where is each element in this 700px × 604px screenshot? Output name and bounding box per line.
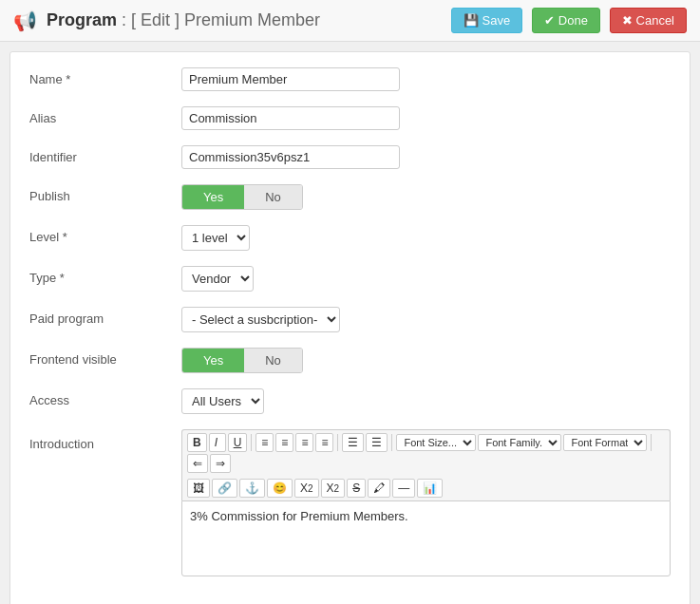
frontend-visible-label: Frontend visible bbox=[29, 348, 181, 367]
align-left-button[interactable]: ≡ bbox=[255, 433, 274, 452]
access-select[interactable]: All Users bbox=[181, 388, 264, 414]
publish-yes-button[interactable]: Yes bbox=[182, 185, 244, 209]
level-label: Level * bbox=[29, 225, 181, 244]
frontend-no-button[interactable]: No bbox=[244, 349, 302, 372]
title-edit: [ Edit ] Premium Member bbox=[131, 10, 320, 29]
separator-4 bbox=[651, 434, 652, 451]
access-row: Access All Users bbox=[29, 388, 671, 414]
form-container: Name * Alias Identifier Publish Yes No L… bbox=[9, 51, 691, 604]
frontend-visible-row: Frontend visible Yes No bbox=[29, 348, 671, 373]
editor-toolbar-row2: 🖼 🔗 ⚓ 😊 X2 X2 S 🖍 — 📊 bbox=[181, 476, 671, 500]
hr-button[interactable]: — bbox=[392, 479, 415, 498]
strikethrough-button[interactable]: S bbox=[347, 479, 366, 498]
subscript-button[interactable]: X2 bbox=[294, 479, 319, 498]
publish-row: Publish Yes No bbox=[29, 184, 671, 210]
access-control: All Users bbox=[181, 388, 671, 414]
image-button[interactable]: 🖼 bbox=[187, 479, 210, 498]
type-select[interactable]: Vendor bbox=[181, 266, 254, 292]
separator-1 bbox=[251, 434, 252, 451]
unordered-list-button[interactable]: ☰ bbox=[366, 433, 388, 452]
align-center-button[interactable]: ≡ bbox=[275, 433, 293, 452]
alias-label: Alias bbox=[29, 106, 181, 125]
align-justify-button[interactable]: ≡ bbox=[315, 433, 333, 452]
publish-no-button[interactable]: No bbox=[244, 185, 302, 209]
align-right-button[interactable]: ≡ bbox=[295, 433, 313, 452]
level-select[interactable]: 1 level bbox=[181, 225, 250, 251]
alias-control bbox=[181, 106, 671, 130]
name-control bbox=[181, 67, 671, 91]
cancel-button[interactable]: ✖ Cancel bbox=[610, 8, 687, 33]
superscript-button[interactable]: X2 bbox=[321, 479, 346, 498]
done-button[interactable]: ✔ Done bbox=[532, 8, 600, 33]
editor-toolbar-row1: B I U ≡ ≡ ≡ ≡ ☰ ☰ Font Size... Font Fami… bbox=[181, 429, 671, 476]
access-label: Access bbox=[29, 388, 181, 407]
level-row: Level * 1 level bbox=[29, 225, 671, 251]
underline-button[interactable]: U bbox=[228, 433, 248, 452]
indent-right-button[interactable]: ⇒ bbox=[210, 454, 231, 473]
introduction-label: Introduction bbox=[29, 429, 181, 451]
font-size-select[interactable]: Font Size... bbox=[396, 434, 476, 451]
page-header: 📢 Program : [ Edit ] Premium Member 💾 Sa… bbox=[0, 0, 700, 42]
page-title: Program : [ Edit ] Premium Member bbox=[47, 10, 442, 30]
font-family-select[interactable]: Font Family. bbox=[478, 434, 561, 451]
publish-label: Publish bbox=[29, 184, 181, 203]
identifier-input[interactable] bbox=[181, 145, 400, 169]
alias-row: Alias bbox=[29, 106, 671, 130]
megaphone-icon: 📢 bbox=[13, 9, 37, 32]
alias-input[interactable] bbox=[181, 106, 400, 130]
table-button[interactable]: 📊 bbox=[417, 479, 443, 498]
font-format-select[interactable]: Font Format bbox=[563, 434, 647, 451]
title-colon: : bbox=[117, 10, 131, 29]
identifier-row: Identifier bbox=[29, 145, 671, 169]
level-control: 1 level bbox=[181, 225, 671, 251]
editor-content: 3% Commission for Premium Members. bbox=[190, 509, 408, 523]
separator-3 bbox=[391, 434, 392, 451]
name-input[interactable] bbox=[181, 67, 400, 91]
indent-left-button[interactable]: ⇐ bbox=[187, 454, 208, 473]
name-row: Name * bbox=[29, 67, 671, 91]
emoji-button[interactable]: 😊 bbox=[267, 479, 293, 498]
type-control: Vendor bbox=[181, 266, 671, 292]
frontend-yes-button[interactable]: Yes bbox=[182, 349, 244, 372]
italic-button[interactable]: I bbox=[209, 433, 226, 452]
identifier-label: Identifier bbox=[29, 145, 181, 164]
paid-program-control: - Select a susbcription- bbox=[181, 307, 671, 332]
type-label: Type * bbox=[29, 266, 181, 285]
title-program: Program bbox=[47, 10, 117, 29]
frontend-visible-control: Yes No bbox=[181, 348, 671, 373]
editor-body[interactable]: 3% Commission for Premium Members. bbox=[181, 500, 671, 576]
publish-toggle: Yes No bbox=[181, 184, 303, 210]
bold-button[interactable]: B bbox=[187, 433, 207, 452]
paid-program-select[interactable]: - Select a susbcription- bbox=[181, 307, 340, 332]
highlight-button[interactable]: 🖍 bbox=[368, 479, 390, 498]
anchor-button[interactable]: ⚓ bbox=[239, 479, 265, 498]
type-row: Type * Vendor bbox=[29, 266, 671, 292]
frontend-toggle: Yes No bbox=[181, 348, 303, 373]
introduction-control: B I U ≡ ≡ ≡ ≡ ☰ ☰ Font Size... Font Fami… bbox=[181, 429, 671, 576]
identifier-control bbox=[181, 145, 671, 169]
publish-control: Yes No bbox=[181, 184, 671, 210]
paid-program-label: Paid program bbox=[29, 307, 181, 326]
introduction-row: Introduction B I U ≡ ≡ ≡ ≡ ☰ ☰ Font Size… bbox=[29, 429, 671, 576]
paid-program-row: Paid program - Select a susbcription- bbox=[29, 307, 671, 332]
separator-2 bbox=[337, 434, 338, 451]
link-button[interactable]: 🔗 bbox=[212, 479, 237, 498]
ordered-list-button[interactable]: ☰ bbox=[342, 433, 364, 452]
name-label: Name * bbox=[29, 67, 181, 86]
save-button[interactable]: 💾 Save bbox=[451, 8, 522, 33]
